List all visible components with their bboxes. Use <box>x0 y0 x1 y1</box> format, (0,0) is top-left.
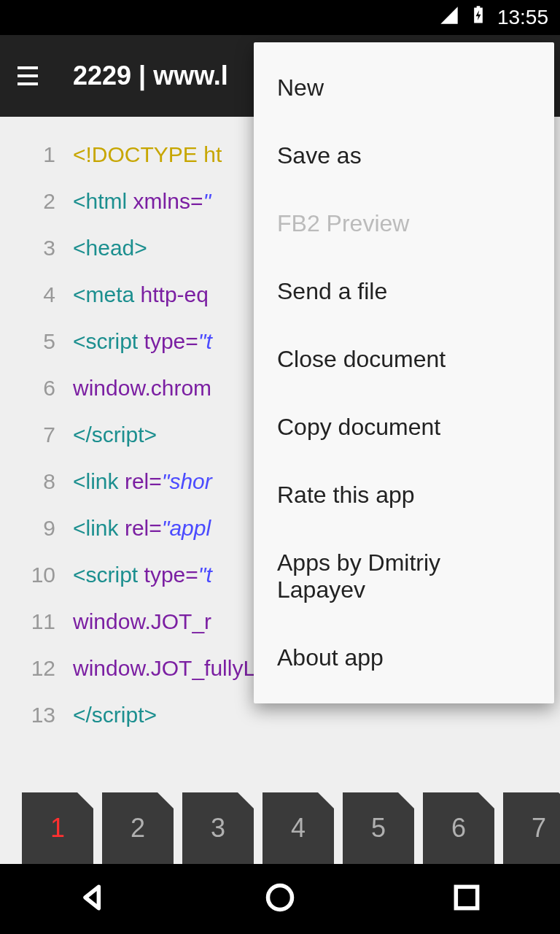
page-tab-5[interactable]: 5 <box>343 792 414 864</box>
line-number: 3 <box>0 225 73 271</box>
svg-point-0 <box>268 886 292 910</box>
line-number: 2 <box>0 178 73 225</box>
home-button[interactable] <box>235 867 325 931</box>
menu-item-send-a-file[interactable]: Send a file <box>254 258 554 325</box>
menu-item-about-app[interactable]: About app <box>254 624 554 692</box>
code-content[interactable]: window.chrom <box>73 365 211 412</box>
menu-item-save-as[interactable]: Save as <box>254 122 554 190</box>
menu-item-close-document[interactable]: Close document <box>254 325 554 393</box>
page-tabs: 1234567 <box>0 792 560 864</box>
line-number: 11 <box>0 598 73 645</box>
back-button[interactable] <box>48 867 139 931</box>
status-bar: 13:55 <box>0 0 560 35</box>
line-number: 13 <box>0 692 73 738</box>
page-tab-2[interactable]: 2 <box>102 792 174 864</box>
battery-charging-icon <box>468 5 489 31</box>
line-number: 12 <box>0 645 73 692</box>
app-title: 2229 | www.l <box>73 61 228 91</box>
menu-item-rate-this-app[interactable]: Rate this app <box>254 461 554 529</box>
line-number: 9 <box>0 505 73 552</box>
code-content[interactable]: <head> <box>73 225 147 271</box>
menu-item-new[interactable]: New <box>254 54 554 122</box>
code-content[interactable]: <script type="t <box>73 318 212 365</box>
line-number: 8 <box>0 458 73 505</box>
code-content[interactable]: <html xmlns=" <box>73 178 211 225</box>
code-content[interactable]: <link rel="shor <box>73 458 212 505</box>
line-number: 6 <box>0 365 73 412</box>
code-content[interactable]: <meta http-eq <box>73 271 209 318</box>
menu-item-copy-document[interactable]: Copy document <box>254 393 554 461</box>
line-number: 1 <box>0 131 73 178</box>
line-number: 5 <box>0 318 73 365</box>
page-tab-4[interactable]: 4 <box>262 792 334 864</box>
recent-apps-button[interactable] <box>421 867 512 931</box>
signal-icon <box>439 5 459 31</box>
menu-icon[interactable] <box>18 66 44 85</box>
status-time: 13:55 <box>497 6 548 29</box>
page-tab-1[interactable]: 1 <box>22 792 93 864</box>
code-content[interactable]: window.JOT_r <box>73 598 211 645</box>
line-number: 10 <box>0 552 73 598</box>
code-content[interactable]: <script type="t <box>73 552 212 598</box>
menu-item-fb2-preview: FB2 Preview <box>254 190 554 258</box>
svg-rect-1 <box>456 887 477 908</box>
code-content[interactable]: <!DOCTYPE ht <box>73 131 222 178</box>
code-content[interactable]: </script> <box>73 412 157 458</box>
line-number: 4 <box>0 271 73 318</box>
code-content[interactable]: <link rel="appl <box>73 505 211 552</box>
page-tab-6[interactable]: 6 <box>423 792 494 864</box>
line-number: 7 <box>0 412 73 458</box>
code-content[interactable]: </script> <box>73 692 157 738</box>
page-tab-7[interactable]: 7 <box>503 792 560 864</box>
overflow-menu: NewSave asFB2 PreviewSend a fileClose do… <box>254 42 554 703</box>
navigation-bar <box>0 864 560 934</box>
menu-item-apps-by-dmitriy-lapayev[interactable]: Apps by Dmitriy Lapayev <box>254 529 554 624</box>
page-tab-3[interactable]: 3 <box>182 792 254 864</box>
